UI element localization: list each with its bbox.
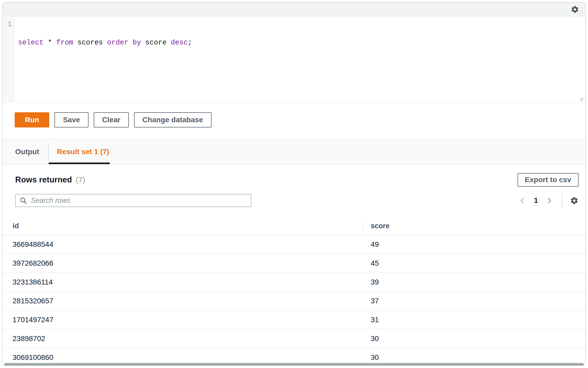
- table-body: 3669488544493972682066453231386114392815…: [3, 235, 585, 366]
- table-row: 170149724731: [3, 310, 585, 329]
- tab-output[interactable]: Output: [15, 139, 39, 164]
- horizontal-scrollbar-thumb[interactable]: [4, 363, 584, 366]
- run-button[interactable]: Run: [15, 112, 49, 127]
- current-page-number[interactable]: 1: [534, 196, 538, 205]
- editor-settings-button[interactable]: [571, 5, 579, 14]
- tab-result-set-1[interactable]: Result set 1 (7): [49, 139, 110, 164]
- cell-score: 37: [363, 292, 585, 310]
- line-number-gutter: 1: [3, 16, 14, 102]
- result-set-panel: Rows returned (7) Export to csv: [3, 165, 585, 366]
- sql-token: select: [18, 39, 43, 47]
- chevron-right-icon: [545, 197, 553, 204]
- cell-id: 1701497247: [3, 310, 363, 329]
- result-table: id score 3669488544493972682066453231386…: [3, 217, 585, 366]
- column-header-id: id: [3, 217, 363, 235]
- sql-token: scores: [73, 39, 107, 47]
- horizontal-scrollbar-track: [3, 363, 585, 366]
- query-editor-panel: 1 select * from scores order by score de…: [2, 2, 586, 366]
- editor-resize-handle[interactable]: [579, 96, 583, 101]
- cell-score: 30: [363, 329, 585, 348]
- editor-action-bar: Run Save Clear Change database: [3, 103, 585, 139]
- cell-score: 45: [363, 254, 585, 273]
- table-row: 281532065737: [3, 292, 585, 310]
- cell-id: 23898702: [3, 329, 363, 348]
- previous-page-button[interactable]: [519, 197, 526, 204]
- sql-token: from: [56, 39, 73, 47]
- table-row: 2389870230: [3, 329, 585, 348]
- sql-editor[interactable]: 1 select * from scores order by score de…: [3, 16, 585, 103]
- results-tab-bar: Output Result set 1 (7): [3, 139, 585, 165]
- sql-token: desc: [171, 39, 188, 47]
- gear-icon: [571, 5, 579, 14]
- column-header-score: score: [363, 217, 585, 235]
- gear-icon: [570, 196, 579, 205]
- rows-returned-heading: Rows returned: [15, 175, 72, 185]
- table-row: 366948854449: [3, 235, 585, 254]
- table-row: 323138611439: [3, 273, 585, 292]
- line-number: 1: [8, 20, 12, 28]
- editor-header-bar: [3, 3, 585, 16]
- resize-grip-icon: [579, 96, 583, 101]
- table-row: 397268206645: [3, 254, 585, 273]
- export-to-csv-button[interactable]: Export to csv: [518, 173, 579, 187]
- search-box: [15, 194, 251, 207]
- sql-code-line: select * from scores order by score desc…: [18, 38, 585, 47]
- sql-code-area[interactable]: select * from scores order by score desc…: [14, 16, 585, 102]
- sql-token: score: [141, 39, 171, 47]
- next-page-button[interactable]: [545, 197, 553, 204]
- cell-id: 3231386114: [3, 273, 363, 292]
- search-rows-input[interactable]: [15, 194, 251, 207]
- rows-returned-count: (7): [76, 175, 85, 184]
- save-button[interactable]: Save: [54, 112, 88, 127]
- sql-token: by: [132, 39, 141, 47]
- cell-score: 39: [363, 273, 585, 292]
- cell-id: 2815320657: [3, 292, 363, 310]
- clear-button[interactable]: Clear: [94, 112, 129, 127]
- sql-token: *: [43, 39, 56, 47]
- cell-id: 3972682066: [3, 254, 363, 273]
- sql-token: ;: [188, 39, 192, 47]
- cell-id: 3669488544: [3, 235, 363, 254]
- results-header-row: Rows returned (7) Export to csv: [15, 173, 579, 187]
- sql-token: [128, 39, 132, 47]
- cell-score: 49: [363, 235, 585, 254]
- results-toolbar-row: 1: [15, 193, 579, 208]
- cell-score: 31: [363, 310, 585, 329]
- chevron-left-icon: [519, 197, 526, 204]
- table-preferences-button[interactable]: [570, 196, 579, 205]
- pagination-controls: 1: [519, 193, 579, 208]
- pager-divider: [562, 193, 562, 208]
- sql-token: order: [107, 39, 128, 47]
- change-database-button[interactable]: Change database: [134, 112, 212, 127]
- table-header-row: id score: [3, 217, 585, 235]
